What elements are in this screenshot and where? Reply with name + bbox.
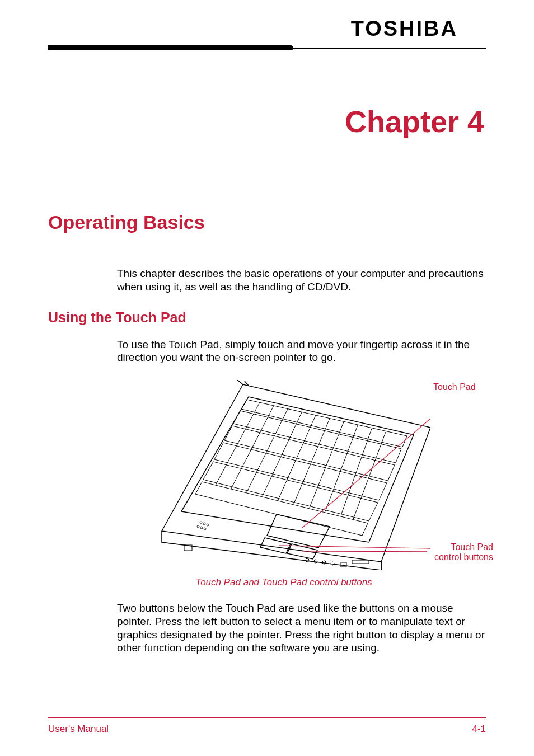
- figure-label-touchpad: Touch Pad: [433, 382, 476, 392]
- svg-point-11: [306, 558, 309, 562]
- section-title: Operating Basics: [48, 212, 486, 233]
- svg-point-21: [200, 527, 203, 529]
- svg-point-19: [207, 524, 209, 526]
- svg-line-24: [279, 546, 430, 549]
- chapter-title: Chapter 4: [48, 104, 486, 139]
- figure-label-buttons: Touch Pad control buttons: [426, 542, 493, 562]
- svg-line-23: [302, 390, 430, 528]
- section-intro-text: This chapter describes the basic operati…: [117, 267, 486, 294]
- svg-point-20: [197, 525, 199, 528]
- svg-line-2: [247, 409, 288, 492]
- brand-logo: TOSHIBA: [351, 17, 458, 40]
- figure-caption: Touch Pad and Touch Pad control buttons: [82, 577, 486, 588]
- svg-point-22: [204, 528, 206, 530]
- svg-point-12: [314, 560, 317, 563]
- touchpad-instruction-text: To use the Touch Pad, simply touch and m…: [117, 338, 486, 365]
- svg-line-8: [341, 429, 372, 515]
- svg-line-1: [231, 406, 274, 489]
- page-footer: User's Manual 4-1: [48, 717, 486, 735]
- svg-line-6: [310, 422, 344, 508]
- laptop-diagram: [151, 380, 430, 570]
- figure-container: Touch Pad Touch Pad control buttons: [117, 380, 486, 570]
- footer-manual-label: User's Manual: [48, 724, 109, 735]
- svg-point-18: [203, 523, 205, 525]
- header-divider: [48, 45, 486, 51]
- svg-line-7: [325, 425, 358, 511]
- header-logo-area: TOSHIBA: [48, 17, 486, 41]
- svg-line-25: [302, 551, 430, 552]
- subsection-title: Using the Touch Pad: [48, 309, 486, 326]
- svg-rect-15: [341, 562, 346, 567]
- footer-page-number: 4-1: [472, 724, 486, 735]
- svg-point-17: [200, 522, 202, 524]
- svg-rect-16: [352, 560, 369, 564]
- svg-line-3: [263, 412, 302, 496]
- touchpad-buttons-text: Two buttons below the Touch Pad are used…: [117, 602, 486, 655]
